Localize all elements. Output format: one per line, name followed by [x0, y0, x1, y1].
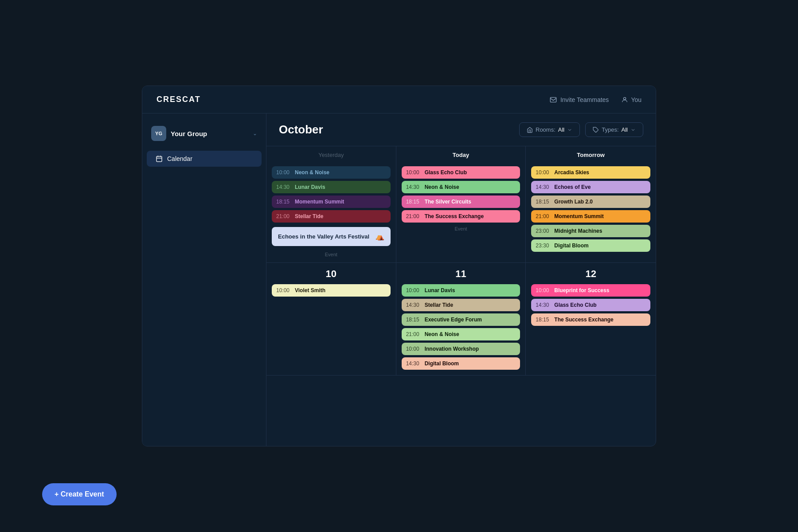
create-event-label: + Create Event — [55, 490, 104, 498]
types-chevron-icon — [630, 127, 636, 133]
list-item[interactable]: 14:30 Echoes of Eve — [531, 181, 650, 193]
user-icon — [621, 96, 628, 103]
svg-point-1 — [624, 97, 626, 99]
day-10: 10 10:00 Violet Smith — [266, 263, 396, 375]
invite-teammates-button[interactable]: Invite Teammates — [550, 96, 609, 103]
yesterday-header: Yesterday — [272, 152, 391, 162]
tag-icon — [593, 127, 599, 133]
list-item[interactable]: 10:00 Innovation Workshop — [402, 343, 520, 355]
today-header: Today — [402, 152, 520, 162]
list-item[interactable]: 23:30 Digital Bloom — [531, 239, 650, 252]
list-item[interactable]: 18:15 Momentum Summit — [272, 196, 391, 208]
app-logo: CRESCAT — [156, 95, 201, 104]
list-item[interactable]: 10:00 Lunar Davis — [402, 284, 520, 297]
top-right-actions: Invite Teammates You — [550, 96, 642, 103]
types-filter-label: Types: — [602, 126, 618, 133]
calendar-grid: Yesterday 10:00 Neon & Noise 14:30 Lunar… — [266, 146, 656, 446]
yesterday-events: 10:00 Neon & Noise 14:30 Lunar Davis 18:… — [272, 166, 391, 257]
list-item[interactable]: 18:15 The Success Exchange — [531, 313, 650, 326]
day10-events: 10:00 Violet Smith — [272, 284, 391, 297]
rooms-icon — [527, 127, 533, 133]
tomorrow-header: Tomorrow — [531, 152, 650, 162]
day-today: Today 10:00 Glass Echo Club 14:30 Neon &… — [396, 146, 526, 262]
app-window: CRESCAT Invite Teammates You YG — [142, 86, 656, 446]
list-item[interactable]: 21:00 Neon & Noise — [402, 328, 520, 340]
list-item[interactable]: 21:00 Stellar Tide — [272, 210, 391, 223]
list-item[interactable]: 14:30 Glass Echo Club — [531, 299, 650, 311]
festival-banner[interactable]: Echoes in the Valley Arts Festival ⛺ — [272, 227, 391, 246]
rooms-chevron-icon — [567, 127, 572, 133]
sidebar-item-calendar-label: Calendar — [167, 155, 192, 162]
day-12-number: 12 — [531, 268, 650, 280]
month-title: October — [279, 123, 323, 137]
list-item[interactable]: 10:00 Arcadia Skies — [531, 166, 650, 179]
list-item[interactable]: 21:00 Momentum Summit — [531, 210, 650, 223]
sidebar: YG Your Group ⌄ Calendar — [142, 113, 266, 446]
list-item[interactable]: 10:00 Violet Smith — [272, 284, 391, 297]
group-selector[interactable]: YG Your Group ⌄ — [142, 121, 266, 146]
rooms-filter-value: All — [558, 126, 564, 133]
rooms-filter-button[interactable]: Rooms: All — [519, 122, 580, 137]
list-item[interactable]: 10:00 Neon & Noise — [272, 166, 391, 179]
list-item[interactable]: 18:15 Growth Lab 2.0 — [531, 196, 650, 208]
rooms-filter-label: Rooms: — [536, 126, 555, 133]
day-tomorrow: Tomorrow 10:00 Arcadia Skies 14:30 Echoe… — [526, 146, 656, 262]
list-item[interactable]: 18:15 The Silver Circuits — [402, 196, 520, 208]
day-11: 11 10:00 Lunar Davis 14:30 Stellar Tide — [396, 263, 526, 375]
types-filter-button[interactable]: Types: All — [585, 122, 643, 137]
filter-group: Rooms: All Types: All — [519, 122, 643, 137]
user-menu-button[interactable]: You — [621, 96, 642, 103]
create-event-button[interactable]: + Create Event — [42, 483, 117, 505]
list-item[interactable]: 14:30 Stellar Tide — [402, 299, 520, 311]
group-name: Your Group — [171, 130, 248, 137]
calendar-icon — [156, 155, 163, 162]
list-item[interactable]: 14:30 Neon & Noise — [402, 181, 520, 193]
list-item[interactable]: 21:00 The Success Exchange — [402, 210, 520, 223]
email-icon — [550, 96, 557, 103]
list-item[interactable]: 10:00 Blueprint for Success — [531, 284, 650, 297]
sidebar-item-calendar[interactable]: Calendar — [147, 151, 262, 167]
week-row-2: 10 10:00 Violet Smith 11 — [266, 263, 656, 376]
festival-title: Echoes in the Valley Arts Festival — [278, 233, 369, 240]
list-item[interactable]: 14:30 Digital Bloom — [402, 357, 520, 370]
list-item[interactable]: 18:15 Executive Edge Forum — [402, 313, 520, 326]
event-label-today: Event — [402, 226, 520, 231]
day-yesterday: Yesterday 10:00 Neon & Noise 14:30 Lunar… — [266, 146, 396, 262]
group-avatar: YG — [151, 126, 166, 141]
today-events: 10:00 Glass Echo Club 14:30 Neon & Noise… — [402, 166, 520, 223]
types-filter-value: All — [622, 126, 628, 133]
day-12: 12 10:00 Blueprint for Success 14:30 Gla… — [526, 263, 656, 375]
day-10-number: 10 — [272, 268, 391, 280]
tomorrow-events: 10:00 Arcadia Skies 14:30 Echoes of Eve … — [531, 166, 650, 252]
day-11-number: 11 — [402, 268, 520, 280]
event-label: Event — [272, 252, 391, 257]
svg-rect-2 — [156, 156, 162, 162]
tent-icon: ⛺ — [376, 232, 384, 241]
week-row-1: Yesterday 10:00 Neon & Noise 14:30 Lunar… — [266, 146, 656, 263]
calendar-header: October Rooms: All — [266, 113, 656, 146]
user-label: You — [631, 96, 642, 103]
list-item[interactable]: 10:00 Glass Echo Club — [402, 166, 520, 179]
chevron-down-icon: ⌄ — [253, 130, 257, 137]
top-header: CRESCAT Invite Teammates You — [142, 86, 656, 113]
day11-events: 10:00 Lunar Davis 14:30 Stellar Tide 18:… — [402, 284, 520, 370]
main-content: October Rooms: All — [266, 113, 656, 446]
list-item[interactable]: 23:00 Midnight Machines — [531, 225, 650, 237]
list-item[interactable]: 14:30 Lunar Davis — [272, 181, 391, 193]
invite-teammates-label: Invite Teammates — [560, 96, 609, 103]
main-layout: YG Your Group ⌄ Calendar October — [142, 113, 656, 446]
day12-events: 10:00 Blueprint for Success 14:30 Glass … — [531, 284, 650, 326]
svg-rect-0 — [550, 97, 556, 102]
